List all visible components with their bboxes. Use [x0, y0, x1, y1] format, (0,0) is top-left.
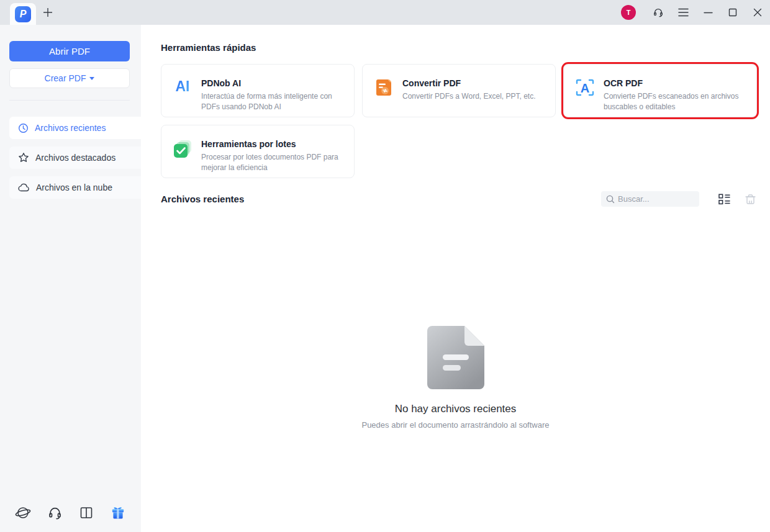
- recent-files-controls: [601, 191, 756, 207]
- logo-letter: P: [20, 9, 27, 20]
- quick-tools-grid: AI PDNob AI Interactúa de forma más inte…: [161, 64, 757, 178]
- ocr-scan-icon: A: [575, 78, 595, 98]
- menu-icon[interactable]: [671, 0, 695, 25]
- tab-home[interactable]: P: [10, 3, 36, 25]
- card-description: Convierte PDFs escaneados en archivos bu…: [604, 91, 746, 113]
- sidebar-item-label: Archivos destacados: [35, 153, 116, 163]
- batch-check-icon: [173, 139, 192, 159]
- minimize-button[interactable]: [695, 0, 720, 25]
- clock-icon: [18, 123, 29, 133]
- sidebar-item-label: Archivos en la nube: [36, 183, 112, 192]
- app-window: P T Abrir PDF Crear PD: [0, 0, 770, 532]
- empty-document-icon: [427, 326, 484, 389]
- card-title: Convertir PDF: [402, 78, 536, 88]
- card-title: PDNob AI: [201, 78, 344, 88]
- card-title: OCR PDF: [604, 78, 746, 88]
- sidebar-item-starred-files[interactable]: Archivos destacados: [9, 147, 141, 169]
- create-pdf-button[interactable]: Crear PDF: [9, 68, 130, 88]
- close-button[interactable]: [745, 0, 770, 25]
- list-view-toggle-icon[interactable]: [718, 193, 730, 205]
- card-description: Convertir PDFs a Word, Excel, PPT, etc.: [402, 91, 536, 102]
- recent-files-title: Archivos recientes: [161, 194, 244, 204]
- sidebar-item-label: Archivos recientes: [35, 123, 106, 133]
- sidebar-divider: [9, 100, 130, 101]
- card-title: Herramientas por lotes: [201, 139, 344, 149]
- recent-files-header: Archivos recientes: [161, 191, 756, 207]
- maximize-button[interactable]: [720, 0, 745, 25]
- ai-gradient-icon: AI: [173, 78, 192, 98]
- card-convert-pdf[interactable]: Convertir PDF Convertir PDFs a Word, Exc…: [362, 64, 556, 117]
- cloud-icon: [18, 183, 30, 192]
- star-icon: [18, 152, 29, 163]
- search-icon: [606, 195, 615, 204]
- card-description: Interactúa de forma más inteligente con …: [201, 91, 344, 113]
- sidebar-item-recent-files[interactable]: Archivos recientes: [9, 117, 141, 139]
- convert-pdf-icon: [374, 78, 394, 98]
- guide-book-icon[interactable]: [78, 505, 94, 521]
- empty-state: No hay archivos recientes Puedes abrir e…: [141, 326, 770, 430]
- sidebar-footer: [15, 505, 126, 521]
- empty-state-title: No hay archivos recientes: [141, 403, 770, 415]
- delete-icon[interactable]: [744, 193, 756, 205]
- pdnob-logo-icon: P: [15, 6, 31, 22]
- gift-icon[interactable]: [110, 505, 126, 521]
- support-headset-icon[interactable]: [646, 0, 671, 25]
- card-ocr-pdf[interactable]: A OCR PDF Convierte PDFs escaneados en a…: [563, 64, 757, 117]
- open-pdf-button[interactable]: Abrir PDF: [9, 41, 130, 61]
- titlebar-controls: T: [621, 0, 770, 25]
- search-input[interactable]: [618, 194, 694, 204]
- main-content: Herramientas rápidas AI PDNob AI Interac…: [141, 25, 770, 532]
- card-description: Procesar por lotes documentos PDF para m…: [201, 152, 344, 174]
- create-pdf-label: Crear PDF: [45, 73, 86, 83]
- card-batch-tools[interactable]: Herramientas por lotes Procesar por lote…: [161, 125, 355, 178]
- language-globe-icon[interactable]: [15, 505, 31, 521]
- avatar[interactable]: T: [621, 5, 636, 20]
- sidebar-nav: Archivos recientes Archivos destacados A…: [9, 117, 141, 199]
- caret-down-icon: [89, 77, 94, 80]
- plus-icon: [42, 7, 53, 18]
- quick-tools-title: Herramientas rápidas: [161, 42, 256, 53]
- titlebar: P T: [0, 0, 770, 25]
- sidebar-item-cloud-files[interactable]: Archivos en la nube: [9, 176, 141, 199]
- card-pdnob-ai[interactable]: AI PDNob AI Interactúa de forma más inte…: [161, 64, 355, 117]
- empty-state-subtitle: Puedes abrir el documento arrastrándolo …: [141, 420, 770, 430]
- support-headset-icon[interactable]: [47, 505, 63, 521]
- sidebar: Abrir PDF Crear PDF Archivos recientes A…: [0, 25, 141, 532]
- search-box[interactable]: [601, 191, 699, 207]
- svg-text:A: A: [581, 81, 589, 95]
- new-tab-button[interactable]: [41, 6, 55, 19]
